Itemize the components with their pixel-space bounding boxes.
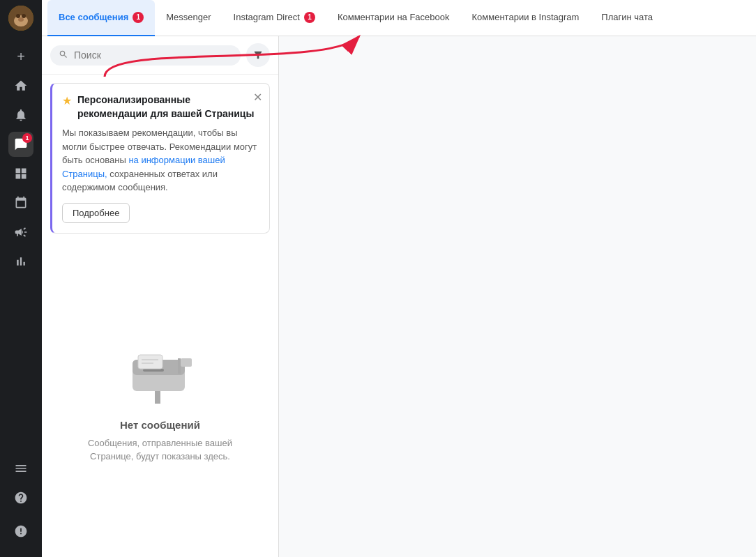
tab-instagram-direct[interactable]: Instagram Direct 1 bbox=[222, 0, 326, 36]
tab-all-label: Все сообщения bbox=[59, 12, 128, 22]
tab-bar: Все сообщения 1 Messenger Instagram Dire… bbox=[42, 0, 756, 36]
calendar-icon[interactable] bbox=[8, 190, 33, 215]
bell-icon[interactable] bbox=[8, 102, 33, 128]
empty-subtitle: Сообщения, отправленные вашейСтранице, б… bbox=[88, 436, 232, 464]
tab-all-badge: 1 bbox=[133, 12, 144, 23]
svg-point-3 bbox=[22, 14, 26, 18]
chart-icon[interactable] bbox=[8, 249, 33, 274]
rec-body: Мы показываем рекомендации, чтобы вы мог… bbox=[62, 126, 259, 194]
search-input-wrap bbox=[50, 45, 241, 66]
chat-badge: 1 bbox=[22, 133, 32, 143]
tab-chat-plugin-label: Плагин чата bbox=[601, 12, 653, 22]
main-content: Все сообщения 1 Messenger Instagram Dire… bbox=[42, 0, 756, 557]
tab-ig-comments-label: Комментарии в Instagram bbox=[472, 12, 580, 22]
tab-instagram-label: Instagram Direct bbox=[234, 12, 300, 22]
svg-rect-10 bbox=[181, 358, 192, 367]
add-button[interactable]: + bbox=[8, 44, 33, 69]
home-icon[interactable] bbox=[8, 73, 33, 98]
search-icon bbox=[59, 49, 68, 61]
page-wrapper: Все сообщения 1 Messenger Instagram Dire… bbox=[42, 0, 756, 557]
sidebar-bottom bbox=[8, 483, 33, 546]
avatar[interactable] bbox=[8, 6, 33, 31]
empty-title: Нет сообщений bbox=[120, 419, 200, 431]
star-icon: ★ bbox=[62, 94, 72, 107]
tab-fb-comments-label: Комментарии на Facebook bbox=[338, 12, 450, 22]
empty-state: Нет сообщений Сообщения, отправленные ва… bbox=[42, 242, 278, 557]
svg-rect-9 bbox=[178, 358, 181, 374]
tab-instagram-badge: 1 bbox=[304, 12, 315, 23]
svg-point-4 bbox=[18, 17, 24, 22]
svg-rect-8 bbox=[155, 391, 160, 404]
mailbox-icon bbox=[119, 335, 202, 405]
left-panel: ★ Персонализированные рекомендации для в… bbox=[42, 36, 279, 557]
sidebar: + 1 bbox=[0, 0, 42, 557]
menu-icon[interactable] bbox=[8, 456, 33, 481]
tab-all-messages[interactable]: Все сообщения 1 bbox=[47, 0, 155, 36]
megaphone-icon[interactable] bbox=[8, 220, 33, 245]
svg-rect-11 bbox=[138, 355, 162, 369]
svg-point-2 bbox=[16, 14, 20, 18]
inbox-area: ★ Персонализированные рекомендации для в… bbox=[42, 36, 756, 557]
exclamation-icon[interactable] bbox=[8, 519, 33, 544]
tab-messenger[interactable]: Messenger bbox=[155, 0, 222, 36]
svg-rect-7 bbox=[143, 369, 164, 372]
tab-fb-comments[interactable]: Комментарии на Facebook bbox=[326, 0, 461, 36]
search-input[interactable] bbox=[74, 49, 232, 61]
right-panel bbox=[279, 36, 756, 557]
tab-ig-comments[interactable]: Комментарии в Instagram bbox=[461, 0, 591, 36]
help-icon[interactable] bbox=[8, 485, 33, 510]
rec-card-header: ★ Персонализированные рекомендации для в… bbox=[62, 93, 259, 121]
recommendation-card: ★ Персонализированные рекомендации для в… bbox=[50, 83, 270, 234]
rec-more-button[interactable]: Подробнее bbox=[62, 203, 130, 223]
rec-close-button[interactable]: ✕ bbox=[253, 91, 262, 104]
filter-button[interactable] bbox=[246, 43, 270, 67]
grid-icon[interactable] bbox=[8, 161, 33, 186]
tab-messenger-label: Messenger bbox=[166, 12, 211, 22]
rec-title: Персонализированные рекомендации для ваш… bbox=[77, 93, 259, 121]
search-bar bbox=[42, 36, 278, 75]
tab-chat-plugin[interactable]: Плагин чата bbox=[590, 0, 664, 36]
chat-icon[interactable]: 1 bbox=[8, 132, 33, 157]
